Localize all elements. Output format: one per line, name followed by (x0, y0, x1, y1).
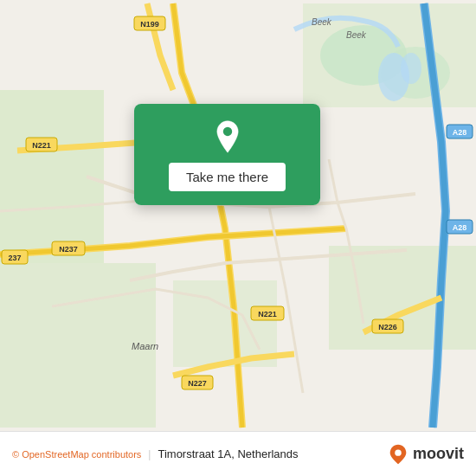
svg-text:A28: A28 (453, 128, 467, 137)
popup-card: Take me there (134, 104, 320, 205)
popup-green-section: Take me there (134, 104, 320, 205)
svg-text:N227: N227 (188, 379, 207, 388)
svg-point-35 (222, 127, 231, 136)
bottom-left-info: © OpenStreetMap contributors | Timorstra… (12, 447, 299, 460)
svg-text:N237: N237 (59, 245, 78, 254)
bottom-bar: © OpenStreetMap contributors | Timorstra… (0, 431, 476, 476)
svg-text:Beek: Beek (312, 17, 332, 27)
moovit-logo: moovit (387, 443, 464, 466)
svg-text:A28: A28 (453, 223, 467, 232)
svg-text:N226: N226 (378, 323, 397, 331)
svg-text:N199: N199 (140, 20, 159, 29)
moovit-brand-icon (387, 443, 409, 466)
svg-text:Beek: Beek (346, 30, 367, 40)
openstreetmap-copyright: © OpenStreetMap contributors (12, 449, 141, 460)
moovit-brand-name: moovit (413, 445, 464, 463)
app: N221 N237 N221 N199 N221 A28 A28 (0, 0, 476, 476)
svg-point-9 (401, 53, 421, 84)
map-container[interactable]: N221 N237 N221 N199 N221 A28 A28 (0, 0, 476, 431)
svg-text:N221: N221 (258, 310, 277, 318)
map-svg: N221 N237 N221 N199 N221 A28 A28 (0, 0, 476, 431)
svg-text:Maarn: Maarn (132, 341, 158, 351)
svg-text:N221: N221 (32, 141, 51, 150)
svg-point-36 (395, 449, 401, 455)
location-label: Timorstraat 1A, Netherlands (158, 447, 298, 460)
svg-text:237: 237 (8, 254, 21, 262)
svg-rect-4 (329, 246, 476, 350)
take-me-there-button[interactable]: Take me there (169, 163, 286, 191)
location-pin-icon (210, 119, 245, 154)
